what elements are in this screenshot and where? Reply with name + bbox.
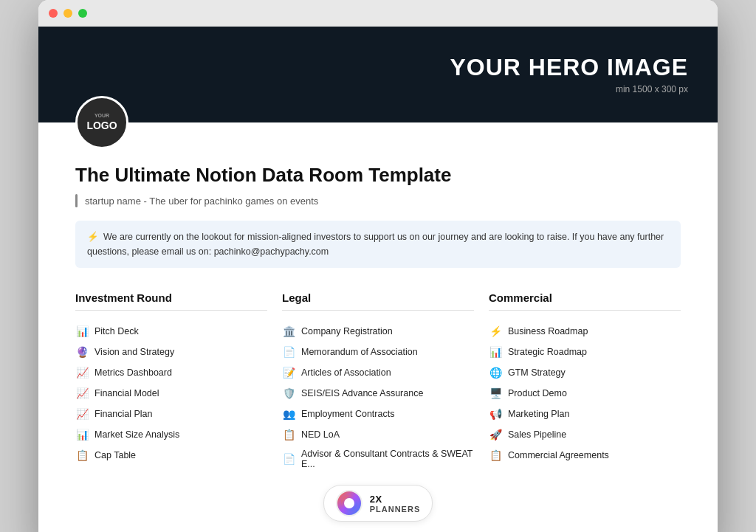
close-button[interactable] <box>49 9 58 18</box>
footer-badge: 2X PLANNERS <box>75 473 681 526</box>
list-item[interactable]: 📝 Articles of Association <box>282 362 474 383</box>
brand-line2: PLANNERS <box>370 505 421 514</box>
item-label: Employment Contracts <box>301 409 394 419</box>
logo: YOUR LOGO <box>75 96 128 149</box>
minimize-button[interactable] <box>63 9 72 18</box>
item-label: Market Size Analysis <box>94 429 179 440</box>
company-reg-icon: 🏛️ <box>282 325 295 338</box>
list-item[interactable]: 🏛️ Company Registration <box>282 321 474 342</box>
sales-pipeline-icon: 🚀 <box>489 428 502 441</box>
item-label: Memorandum of Association <box>301 347 418 357</box>
list-item[interactable]: 🔮 Vision and Strategy <box>75 342 267 362</box>
advisor-icon: 📄 <box>282 452 295 466</box>
list-item[interactable]: 📊 Pitch Deck <box>75 321 267 342</box>
hero-banner: YOUR LOGO YOUR HERO IMAGE min 1500 x 300… <box>38 27 718 122</box>
item-label: Financial Model <box>94 388 159 398</box>
column-commercial: Commercial ⚡ Business Roadmap 📊 Strategi… <box>489 291 681 473</box>
lightning-icon: ⚡ <box>87 232 99 242</box>
list-item[interactable]: 📊 Market Size Analysis <box>75 424 267 445</box>
brand-text: 2X PLANNERS <box>370 494 421 514</box>
item-label: Business Roadmap <box>508 326 588 336</box>
list-item[interactable]: 📄 Advisor & Consultant Contracts & SWEAT… <box>282 445 474 473</box>
list-item[interactable]: 📈 Metrics Dashboard <box>75 362 267 383</box>
gtm-icon: 🌐 <box>489 366 502 379</box>
metrics-icon: 📈 <box>75 366 89 379</box>
item-label: Articles of Association <box>301 367 391 378</box>
list-item[interactable]: 📋 Cap Table <box>75 445 267 466</box>
list-item[interactable]: 📋 NED LoA <box>282 424 474 445</box>
item-label: Financial Plan <box>94 409 153 419</box>
product-demo-icon: 🖥️ <box>489 387 502 400</box>
brand-line1: 2X <box>370 494 421 505</box>
seis-icon: 🛡️ <box>282 387 295 400</box>
columns-grid: Investment Round 📊 Pitch Deck 🔮 Vision a… <box>75 291 681 473</box>
item-label: SEIS/EIS Advance Assurance <box>301 388 423 398</box>
cap-table-icon: 📋 <box>75 449 89 462</box>
marketing-icon: 📢 <box>489 407 502 421</box>
item-label: Commercial Agreements <box>508 450 609 460</box>
subtitle-bar: startup name - The uber for pachinko gam… <box>75 194 681 207</box>
titlebar <box>38 0 718 27</box>
item-label: Marketing Plan <box>508 409 569 419</box>
list-item[interactable]: 🛡️ SEIS/EIS Advance Assurance <box>282 383 474 404</box>
commercial-agreements-icon: 📋 <box>489 449 502 462</box>
page-title: The Ultimate Notion Data Room Template <box>75 164 681 187</box>
item-label: Pitch Deck <box>94 326 139 336</box>
list-item[interactable]: 🌐 GTM Strategy <box>489 362 681 383</box>
main-content: The Ultimate Notion Data Room Template s… <box>38 122 718 532</box>
list-item[interactable]: 🖥️ Product Demo <box>489 383 681 404</box>
hero-subtitle: min 1500 x 300 px <box>450 84 688 94</box>
item-label: GTM Strategy <box>508 367 566 378</box>
item-label: Product Demo <box>508 388 567 398</box>
item-label: Vision and Strategy <box>94 347 174 357</box>
list-item[interactable]: 📈 Financial Model <box>75 383 267 404</box>
hero-title: YOUR HERO IMAGE <box>450 55 688 80</box>
item-label: NED LoA <box>301 429 340 440</box>
app-window: YOUR LOGO YOUR HERO IMAGE min 1500 x 300… <box>38 0 718 532</box>
column-title-commercial: Commercial <box>489 291 681 311</box>
item-label: Company Registration <box>301 326 393 336</box>
info-text: We are currently on the lookout for miss… <box>87 232 664 257</box>
column-legal: Legal 🏛️ Company Registration 📄 Memorand… <box>282 291 474 473</box>
maximize-button[interactable] <box>78 9 87 18</box>
subtitle-text: startup name - The uber for pachinko gam… <box>85 196 318 207</box>
item-label: Sales Pipeline <box>508 429 566 440</box>
employment-icon: 👥 <box>282 407 295 421</box>
strategic-roadmap-icon: 📊 <box>489 345 502 359</box>
info-box: ⚡We are currently on the lookout for mis… <box>75 221 681 268</box>
hero-text: YOUR HERO IMAGE min 1500 x 300 px <box>450 55 688 94</box>
item-label: Cap Table <box>94 450 136 460</box>
list-item[interactable]: 🚀 Sales Pipeline <box>489 424 681 445</box>
subtitle-accent <box>75 194 78 207</box>
list-item[interactable]: 📊 Strategic Roadmap <box>489 342 681 362</box>
list-item[interactable]: 👥 Employment Contracts <box>282 404 474 424</box>
list-item[interactable]: 📢 Marketing Plan <box>489 404 681 424</box>
list-item[interactable]: ⚡ Business Roadmap <box>489 321 681 342</box>
brand-logo <box>336 490 362 517</box>
memorandum-icon: 📄 <box>282 345 295 359</box>
articles-icon: 📝 <box>282 366 295 379</box>
column-title-investment: Investment Round <box>75 291 267 311</box>
list-item[interactable]: 📋 Commercial Agreements <box>489 445 681 466</box>
market-size-icon: 📊 <box>75 428 89 441</box>
financial-plan-icon: 📈 <box>75 407 89 421</box>
logo-bottom: LOGO <box>86 119 117 132</box>
item-label: Advisor & Consultant Contracts & SWEAT E… <box>301 449 474 469</box>
pitch-deck-icon: 📊 <box>75 325 89 338</box>
list-item[interactable]: 📄 Memorandum of Association <box>282 342 474 362</box>
financial-model-icon: 📈 <box>75 387 89 400</box>
brand-badge[interactable]: 2X PLANNERS <box>323 485 433 522</box>
list-item[interactable]: 📈 Financial Plan <box>75 404 267 424</box>
logo-top: YOUR <box>94 112 109 119</box>
column-title-legal: Legal <box>282 291 474 311</box>
column-investment: Investment Round 📊 Pitch Deck 🔮 Vision a… <box>75 291 267 473</box>
vision-icon: 🔮 <box>75 345 89 359</box>
ned-icon: 📋 <box>282 428 295 441</box>
item-label: Metrics Dashboard <box>94 367 172 378</box>
item-label: Strategic Roadmap <box>508 347 587 357</box>
business-roadmap-icon: ⚡ <box>489 325 502 338</box>
